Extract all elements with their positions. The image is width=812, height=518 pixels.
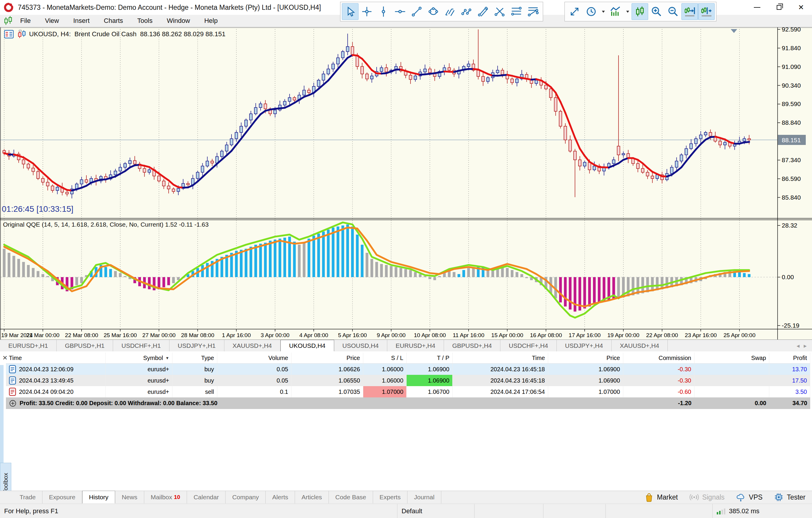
- menu-item-file[interactable]: File: [13, 15, 38, 27]
- gann-fan-icon[interactable]: [491, 3, 508, 20]
- tab-journal[interactable]: Journal: [407, 491, 441, 503]
- parallel-channel-icon[interactable]: [475, 3, 491, 20]
- chart-tab-eurusd-h4[interactable]: EURUSD+,H4: [387, 340, 444, 351]
- menu-item-window[interactable]: Window: [160, 15, 197, 27]
- column-header-profit[interactable]: Profit: [769, 353, 810, 363]
- vertical-line-icon[interactable]: [375, 3, 392, 20]
- svg-text:88.151: 88.151: [782, 137, 801, 143]
- tab-experts[interactable]: Experts: [373, 491, 407, 503]
- chart-tab-xauusd-h4[interactable]: XAUUSD+,H4: [224, 340, 281, 351]
- table-row[interactable]: 2024.04.24 09:04:20eurusd+sell0.11.07035…: [6, 386, 810, 398]
- chart-tab-usdchf-h1[interactable]: USDCHF+,H1: [113, 340, 169, 351]
- menu-item-help[interactable]: Help: [197, 15, 225, 27]
- panel-button-market[interactable]: Market: [644, 492, 678, 502]
- table-row[interactable]: 2024.04.23 12:06:09eurusd+buy0.051.06626…: [6, 363, 810, 375]
- timeframes-clock-dropdown-icon[interactable]: [600, 3, 607, 20]
- tab-code-base[interactable]: Code Base: [329, 491, 373, 503]
- crosshair-icon[interactable]: [358, 3, 375, 20]
- timeframes-clock-icon[interactable]: [583, 3, 600, 20]
- tab-history[interactable]: History: [82, 491, 115, 503]
- tab-company[interactable]: Company: [226, 491, 266, 503]
- restore-button[interactable]: [768, 0, 790, 15]
- column-header-type[interactable]: Type: [172, 353, 217, 363]
- cursor-icon[interactable]: [342, 3, 358, 20]
- trendline-icon[interactable]: [408, 3, 425, 20]
- line-studies-toolbar: [340, 2, 543, 21]
- chart-tab-xauusd-h4[interactable]: XAUUSD+,H4: [612, 340, 668, 351]
- column-header-volume[interactable]: Volume: [217, 353, 291, 363]
- tab-alerts[interactable]: Alerts: [266, 491, 295, 503]
- symbol-filter-icon[interactable]: ▼: [165, 356, 169, 360]
- tab-scroll-right-icon[interactable]: ▸: [804, 342, 807, 349]
- column-header-symbol[interactable]: Symbol▼: [106, 353, 172, 363]
- panel-buttons: MarketSignalsVPSTester: [644, 491, 812, 503]
- auto-scroll-icon[interactable]: [682, 3, 698, 20]
- zoom-out-icon[interactable]: [665, 3, 682, 20]
- indicators-dropdown-icon[interactable]: [624, 3, 632, 20]
- indicators-icon[interactable]: [607, 3, 624, 20]
- andrews-pitchfork-icon[interactable]: [442, 3, 458, 20]
- column-header-price[interactable]: Price: [291, 353, 363, 363]
- panel-button-tester[interactable]: Tester: [774, 492, 806, 502]
- menu-item-view[interactable]: View: [38, 15, 66, 27]
- summary-swap: 0.00: [694, 398, 769, 409]
- chart-shift-icon[interactable]: [698, 3, 715, 20]
- fibo-expansion-icon[interactable]: [525, 3, 541, 20]
- quotes-list-icon[interactable]: [4, 30, 13, 38]
- chart-tab-usdjpy-h4[interactable]: USDJPY+,H4: [557, 340, 612, 351]
- toolbox-vertical-label: Toolbox: [2, 473, 9, 493]
- chart-tab-eurusd-h1[interactable]: EURUSD+,H1: [0, 340, 57, 351]
- chart-tab-gbpusd-h1[interactable]: GBPUSD+,H1: [57, 340, 113, 351]
- chart-tab-usdjpy-h1[interactable]: USDJPY+,H1: [170, 340, 224, 351]
- status-profile[interactable]: Default: [397, 504, 474, 518]
- status-latency[interactable]: 385.02 ms: [712, 504, 812, 518]
- chart-tab-usdchf-h4[interactable]: USDCHF+,H4: [500, 340, 556, 351]
- menu-item-charts[interactable]: Charts: [97, 15, 130, 27]
- toolbox-tabs: TradeExposureHistoryNewsMailbox10Calenda…: [13, 491, 441, 503]
- column-header-price2[interactable]: Price: [548, 353, 623, 363]
- close-button[interactable]: ✕: [790, 0, 812, 15]
- column-header-tp[interactable]: T / P: [407, 353, 453, 363]
- toolbox-panel: ✕ TimeSymbol▼TypeVolumePriceS / LT / PTi…: [0, 351, 812, 491]
- zoom-in-icon[interactable]: [648, 3, 665, 20]
- column-header-sl[interactable]: S / L: [363, 353, 407, 363]
- cell-price: 1.06626: [291, 363, 363, 375]
- toolbar-collapse-icon[interactable]: [729, 28, 738, 34]
- chart-window-icon: [3, 16, 13, 26]
- tab-mailbox[interactable]: Mailbox10: [144, 491, 187, 503]
- channel-icon[interactable]: [458, 3, 475, 20]
- column-header-time[interactable]: Time: [6, 353, 106, 363]
- panel-button-signals[interactable]: Signals: [689, 492, 724, 502]
- chart-candles-icon[interactable]: [17, 30, 26, 38]
- tab-exposure[interactable]: Exposure: [42, 491, 82, 503]
- tab-articles[interactable]: Articles: [295, 491, 329, 503]
- column-header-swap[interactable]: Swap: [694, 353, 769, 363]
- cell-price2: 1.06900: [548, 375, 623, 386]
- table-row[interactable]: 2024.04.23 13:49:45eurusd+buy0.051.06550…: [6, 375, 810, 386]
- candlesticks-icon[interactable]: [632, 3, 648, 20]
- panel-button-vps[interactable]: VPS: [736, 492, 762, 502]
- tab-news[interactable]: News: [115, 491, 144, 503]
- scale-expand-icon[interactable]: [566, 3, 583, 20]
- fibo-retracement-icon[interactable]: [508, 3, 525, 20]
- menu-item-tools[interactable]: Tools: [130, 15, 160, 27]
- cell-symbol: eurusd+: [106, 386, 172, 398]
- cell-commission: -0.30: [623, 363, 694, 375]
- menu-item-insert[interactable]: Insert: [66, 15, 97, 27]
- column-header-commission[interactable]: Commission: [623, 353, 694, 363]
- column-header-time2[interactable]: Time: [453, 353, 548, 363]
- cell-symbol: eurusd+: [106, 375, 172, 386]
- ellipse-icon[interactable]: [425, 3, 442, 20]
- chart-tab-usousd-h4[interactable]: USOUSD,H4: [334, 340, 387, 351]
- expand-summary-icon[interactable]: [9, 400, 17, 407]
- tab-scroll-left-icon[interactable]: ◂: [796, 342, 800, 349]
- chart-tab-gbpusd-h4[interactable]: GBPUSD+,H4: [444, 340, 501, 351]
- chart-tab-ukousd-h4[interactable]: UKOUSD,H4: [281, 340, 334, 351]
- minimize-button[interactable]: [746, 0, 768, 15]
- chart-area[interactable]: 92.59091.84091.09090.34089.59088.84087.3…: [0, 27, 812, 339]
- tab-trade[interactable]: Trade: [13, 491, 42, 503]
- svg-text:86.590: 86.590: [782, 175, 801, 182]
- horizontal-line-icon[interactable]: [392, 3, 408, 20]
- tab-calendar[interactable]: Calendar: [187, 491, 226, 503]
- main-chart-canvas[interactable]: 92.59091.84091.09090.34089.59088.84087.3…: [0, 27, 812, 339]
